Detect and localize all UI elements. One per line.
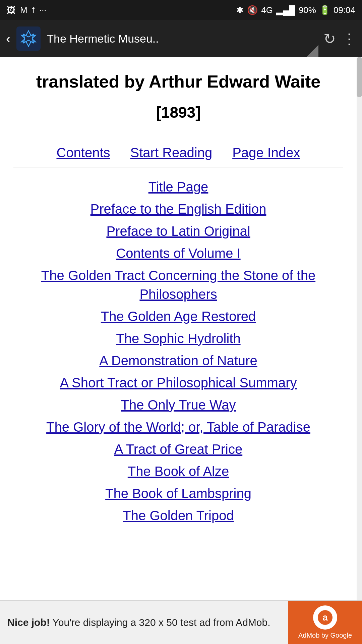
mute-icon: 🔇 [247,5,258,15]
toc-list-item: The Sophic Hydrolith [116,329,240,348]
ad-text-area: Nice job! You're displaying a 320 x 50 t… [0,609,288,636]
ad-banner: Nice job! You're displaying a 320 x 50 t… [0,600,362,644]
scrollbar-thumb[interactable] [357,57,362,97]
toc-item[interactable]: Title Page [148,177,208,196]
status-bar-right: ✱ 🔇 4G ▂▄█ 90% 🔋 09:04 [236,5,355,15]
clock: 09:04 [334,5,355,15]
status-bar-left: 🖼 M f ··· [7,5,47,15]
back-button[interactable]: ‹ [6,31,10,46]
nav-title: The Hermetic Museu.. [47,32,317,45]
toc-list-item: Preface to Latin Original [106,222,250,240]
more-icon: ··· [39,5,47,15]
toc-item[interactable]: Contents of Volume I [116,244,240,263]
scrollbar-track[interactable] [357,57,362,600]
book-translated-by: translated by Arthur Edward Waite [13,70,343,93]
signal-icon: 4G [261,5,273,15]
nav-bar: ‹ The Hermetic Museu.. ↻ ⋮ [0,20,362,57]
admob-credit: AdMob by Google [298,632,352,639]
toc-list-item: The Golden Tripod [123,506,234,525]
table-of-contents: Title PagePreface to the English Edition… [13,177,343,525]
battery-icon: 🔋 [319,5,330,15]
toc-item[interactable]: A Demonstration of Nature [99,351,257,370]
toc-list-item: Title Page [148,177,208,196]
toc-list-item: A Tract of Great Price [114,440,242,459]
toc-item[interactable]: Preface to the English Edition [90,200,266,218]
reload-button[interactable]: ↻ [323,30,336,47]
content-area: translated by Arthur Edward Waite [1893]… [0,57,357,538]
admob-logo-area: a AdMob by Google [288,601,362,644]
toc-list-item: The Golden Tract Concerning the Stone of… [13,266,343,304]
more-options-button[interactable]: ⋮ [342,30,356,47]
toc-item[interactable]: A Short Tract or Philosophical Summary [60,373,297,392]
toc-item[interactable]: A Tract of Great Price [114,440,242,459]
toc-list-item: A Demonstration of Nature [99,351,257,370]
ad-body-text: You're displaying a 320 x 50 test ad fro… [50,617,270,628]
toc-item[interactable]: The Glory of the World; or, Table of Par… [46,418,310,436]
image-icon: 🖼 [7,5,15,15]
toc-list-item: A Short Tract or Philosophical Summary [60,373,297,392]
divider-top [13,135,343,135]
contents-link[interactable]: Contents [56,145,110,160]
page-index-link[interactable]: Page Index [232,145,300,160]
toc-list-item: The Book of Lambspring [105,484,251,503]
book-year: [1893] [13,103,343,121]
gmail-icon: M [20,5,27,15]
divider-bottom [13,167,343,167]
main-content: translated by Arthur Edward Waite [1893]… [0,57,362,600]
admob-logo-circle: a [313,605,337,630]
toc-list-item: Preface to the English Edition [90,200,266,218]
toc-list-item: The Only True Way [121,395,236,414]
toc-item[interactable]: The Book of Alze [128,462,229,481]
toc-item[interactable]: The Book of Lambspring [105,484,251,503]
toc-item[interactable]: The Golden Tripod [123,506,234,525]
nav-links-bar: Contents Start Reading Page Index [13,145,343,160]
svg-text:a: a [322,612,328,623]
toc-item[interactable]: The Only True Way [121,395,236,414]
bluetooth-icon: ✱ [236,5,244,15]
toc-item[interactable]: The Sophic Hydrolith [116,329,240,348]
toc-list-item: Contents of Volume I [116,244,240,263]
toc-list-item: The Book of Alze [128,462,229,481]
facebook-icon: f [32,5,35,15]
toc-item[interactable]: The Golden Tract Concerning the Stone of… [13,266,343,304]
status-bar: 🖼 M f ··· ✱ 🔇 4G ▂▄█ 90% 🔋 09:04 [0,0,362,20]
start-reading-link[interactable]: Start Reading [130,145,213,160]
signal-bars-icon: ▂▄█ [276,5,295,15]
corner-indicator [306,45,318,57]
battery-percent: 90% [299,5,316,15]
toc-item[interactable]: The Golden Age Restored [101,307,256,326]
toc-list-item: The Golden Age Restored [101,307,256,326]
ad-nice-job: Nice job! [7,617,50,628]
toc-item[interactable]: Preface to Latin Original [106,222,250,240]
toc-list-item: The Glory of the World; or, Table of Par… [46,418,310,436]
app-logo [16,26,41,51]
